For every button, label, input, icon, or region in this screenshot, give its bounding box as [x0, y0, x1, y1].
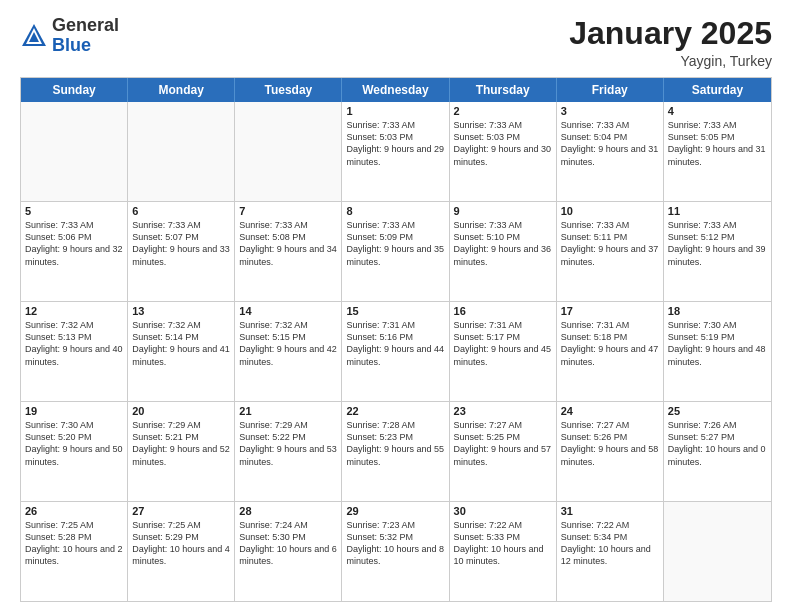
day-info: Sunrise: 7:33 AM Sunset: 5:11 PM Dayligh…: [561, 219, 659, 268]
day-cell-4: 4Sunrise: 7:33 AM Sunset: 5:05 PM Daylig…: [664, 102, 771, 201]
day-number: 4: [668, 105, 767, 117]
day-info: Sunrise: 7:22 AM Sunset: 5:34 PM Dayligh…: [561, 519, 659, 568]
day-cell-27: 27Sunrise: 7:25 AM Sunset: 5:29 PM Dayli…: [128, 502, 235, 601]
day-info: Sunrise: 7:32 AM Sunset: 5:14 PM Dayligh…: [132, 319, 230, 368]
day-info: Sunrise: 7:33 AM Sunset: 5:03 PM Dayligh…: [454, 119, 552, 168]
day-cell-23: 23Sunrise: 7:27 AM Sunset: 5:25 PM Dayli…: [450, 402, 557, 501]
day-cell-7: 7Sunrise: 7:33 AM Sunset: 5:08 PM Daylig…: [235, 202, 342, 301]
day-cell-14: 14Sunrise: 7:32 AM Sunset: 5:15 PM Dayli…: [235, 302, 342, 401]
logo-icon: [20, 22, 48, 50]
day-cell-empty: [128, 102, 235, 201]
day-info: Sunrise: 7:27 AM Sunset: 5:26 PM Dayligh…: [561, 419, 659, 468]
day-info: Sunrise: 7:33 AM Sunset: 5:06 PM Dayligh…: [25, 219, 123, 268]
day-cell-19: 19Sunrise: 7:30 AM Sunset: 5:20 PM Dayli…: [21, 402, 128, 501]
day-info: Sunrise: 7:33 AM Sunset: 5:07 PM Dayligh…: [132, 219, 230, 268]
day-cell-30: 30Sunrise: 7:22 AM Sunset: 5:33 PM Dayli…: [450, 502, 557, 601]
day-number: 19: [25, 405, 123, 417]
logo: General Blue: [20, 16, 119, 56]
day-info: Sunrise: 7:30 AM Sunset: 5:20 PM Dayligh…: [25, 419, 123, 468]
day-info: Sunrise: 7:33 AM Sunset: 5:12 PM Dayligh…: [668, 219, 767, 268]
day-cell-17: 17Sunrise: 7:31 AM Sunset: 5:18 PM Dayli…: [557, 302, 664, 401]
day-number: 12: [25, 305, 123, 317]
day-cell-15: 15Sunrise: 7:31 AM Sunset: 5:16 PM Dayli…: [342, 302, 449, 401]
day-info: Sunrise: 7:31 AM Sunset: 5:17 PM Dayligh…: [454, 319, 552, 368]
day-info: Sunrise: 7:28 AM Sunset: 5:23 PM Dayligh…: [346, 419, 444, 468]
day-cell-empty: [664, 502, 771, 601]
weekday-header-friday: Friday: [557, 78, 664, 102]
month-title: January 2025: [569, 16, 772, 51]
day-number: 17: [561, 305, 659, 317]
day-info: Sunrise: 7:33 AM Sunset: 5:04 PM Dayligh…: [561, 119, 659, 168]
day-number: 24: [561, 405, 659, 417]
day-number: 3: [561, 105, 659, 117]
day-cell-26: 26Sunrise: 7:25 AM Sunset: 5:28 PM Dayli…: [21, 502, 128, 601]
day-cell-18: 18Sunrise: 7:30 AM Sunset: 5:19 PM Dayli…: [664, 302, 771, 401]
day-number: 28: [239, 505, 337, 517]
weekday-header-thursday: Thursday: [450, 78, 557, 102]
day-cell-16: 16Sunrise: 7:31 AM Sunset: 5:17 PM Dayli…: [450, 302, 557, 401]
weekday-header-wednesday: Wednesday: [342, 78, 449, 102]
day-number: 15: [346, 305, 444, 317]
day-cell-10: 10Sunrise: 7:33 AM Sunset: 5:11 PM Dayli…: [557, 202, 664, 301]
day-number: 30: [454, 505, 552, 517]
day-info: Sunrise: 7:27 AM Sunset: 5:25 PM Dayligh…: [454, 419, 552, 468]
day-number: 10: [561, 205, 659, 217]
day-info: Sunrise: 7:25 AM Sunset: 5:28 PM Dayligh…: [25, 519, 123, 568]
logo-general: General: [52, 15, 119, 35]
calendar-week-2: 5Sunrise: 7:33 AM Sunset: 5:06 PM Daylig…: [21, 201, 771, 301]
day-info: Sunrise: 7:33 AM Sunset: 5:09 PM Dayligh…: [346, 219, 444, 268]
day-number: 1: [346, 105, 444, 117]
weekday-header-tuesday: Tuesday: [235, 78, 342, 102]
day-info: Sunrise: 7:32 AM Sunset: 5:13 PM Dayligh…: [25, 319, 123, 368]
day-number: 18: [668, 305, 767, 317]
weekday-header-sunday: Sunday: [21, 78, 128, 102]
day-cell-1: 1Sunrise: 7:33 AM Sunset: 5:03 PM Daylig…: [342, 102, 449, 201]
day-number: 11: [668, 205, 767, 217]
day-number: 13: [132, 305, 230, 317]
weekday-header-monday: Monday: [128, 78, 235, 102]
day-info: Sunrise: 7:31 AM Sunset: 5:18 PM Dayligh…: [561, 319, 659, 368]
calendar-week-3: 12Sunrise: 7:32 AM Sunset: 5:13 PM Dayli…: [21, 301, 771, 401]
day-info: Sunrise: 7:30 AM Sunset: 5:19 PM Dayligh…: [668, 319, 767, 368]
day-info: Sunrise: 7:25 AM Sunset: 5:29 PM Dayligh…: [132, 519, 230, 568]
location-subtitle: Yaygin, Turkey: [569, 53, 772, 69]
day-number: 9: [454, 205, 552, 217]
day-number: 20: [132, 405, 230, 417]
day-number: 5: [25, 205, 123, 217]
day-cell-24: 24Sunrise: 7:27 AM Sunset: 5:26 PM Dayli…: [557, 402, 664, 501]
day-info: Sunrise: 7:33 AM Sunset: 5:05 PM Dayligh…: [668, 119, 767, 168]
day-number: 22: [346, 405, 444, 417]
calendar: SundayMondayTuesdayWednesdayThursdayFrid…: [20, 77, 772, 602]
day-cell-20: 20Sunrise: 7:29 AM Sunset: 5:21 PM Dayli…: [128, 402, 235, 501]
day-number: 26: [25, 505, 123, 517]
page: General Blue January 2025 Yaygin, Turkey…: [0, 0, 792, 612]
logo-blue: Blue: [52, 35, 91, 55]
day-number: 16: [454, 305, 552, 317]
day-cell-9: 9Sunrise: 7:33 AM Sunset: 5:10 PM Daylig…: [450, 202, 557, 301]
day-number: 25: [668, 405, 767, 417]
day-info: Sunrise: 7:33 AM Sunset: 5:08 PM Dayligh…: [239, 219, 337, 268]
day-info: Sunrise: 7:33 AM Sunset: 5:10 PM Dayligh…: [454, 219, 552, 268]
day-cell-5: 5Sunrise: 7:33 AM Sunset: 5:06 PM Daylig…: [21, 202, 128, 301]
day-cell-31: 31Sunrise: 7:22 AM Sunset: 5:34 PM Dayli…: [557, 502, 664, 601]
day-cell-3: 3Sunrise: 7:33 AM Sunset: 5:04 PM Daylig…: [557, 102, 664, 201]
day-cell-12: 12Sunrise: 7:32 AM Sunset: 5:13 PM Dayli…: [21, 302, 128, 401]
header: General Blue January 2025 Yaygin, Turkey: [20, 16, 772, 69]
calendar-week-4: 19Sunrise: 7:30 AM Sunset: 5:20 PM Dayli…: [21, 401, 771, 501]
day-cell-8: 8Sunrise: 7:33 AM Sunset: 5:09 PM Daylig…: [342, 202, 449, 301]
title-block: January 2025 Yaygin, Turkey: [569, 16, 772, 69]
calendar-week-5: 26Sunrise: 7:25 AM Sunset: 5:28 PM Dayli…: [21, 501, 771, 601]
day-info: Sunrise: 7:22 AM Sunset: 5:33 PM Dayligh…: [454, 519, 552, 568]
day-info: Sunrise: 7:32 AM Sunset: 5:15 PM Dayligh…: [239, 319, 337, 368]
calendar-body: 1Sunrise: 7:33 AM Sunset: 5:03 PM Daylig…: [21, 102, 771, 601]
day-info: Sunrise: 7:33 AM Sunset: 5:03 PM Dayligh…: [346, 119, 444, 168]
day-number: 2: [454, 105, 552, 117]
day-cell-22: 22Sunrise: 7:28 AM Sunset: 5:23 PM Dayli…: [342, 402, 449, 501]
day-number: 14: [239, 305, 337, 317]
day-number: 6: [132, 205, 230, 217]
day-number: 8: [346, 205, 444, 217]
day-cell-21: 21Sunrise: 7:29 AM Sunset: 5:22 PM Dayli…: [235, 402, 342, 501]
weekday-header-saturday: Saturday: [664, 78, 771, 102]
day-cell-13: 13Sunrise: 7:32 AM Sunset: 5:14 PM Dayli…: [128, 302, 235, 401]
day-cell-6: 6Sunrise: 7:33 AM Sunset: 5:07 PM Daylig…: [128, 202, 235, 301]
